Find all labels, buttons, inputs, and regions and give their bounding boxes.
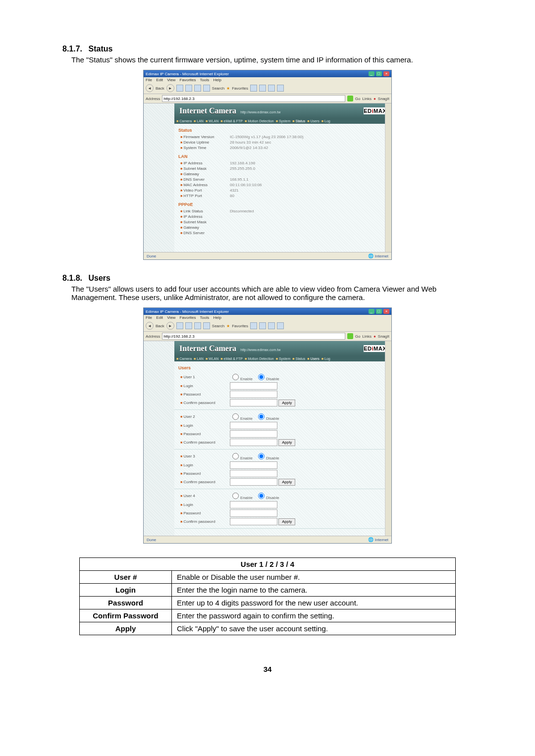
enable-radio[interactable]: Enable	[230, 416, 253, 421]
enable-radio[interactable]: Enable	[230, 496, 253, 500]
tab-system[interactable]: System	[276, 357, 291, 360]
menu-edit[interactable]: Edit	[156, 315, 163, 320]
login-input[interactable]	[230, 422, 277, 429]
enable-radio[interactable]: Enable	[230, 456, 253, 460]
back-label[interactable]: Back	[156, 324, 164, 328]
links-label[interactable]: Links	[362, 334, 372, 339]
radio-enable[interactable]	[232, 374, 239, 380]
tab-lan[interactable]: LAN	[194, 119, 204, 123]
disable-radio[interactable]: Disable	[256, 496, 279, 500]
misc-icon[interactable]	[277, 322, 284, 329]
refresh-icon[interactable]	[185, 322, 192, 329]
favorites-label[interactable]: Favorites	[232, 324, 248, 328]
radio-disable[interactable]	[258, 374, 265, 380]
forward-icon[interactable]: ►	[166, 322, 174, 330]
apply-button[interactable]: Apply	[278, 400, 295, 406]
go-icon[interactable]	[347, 96, 353, 101]
search-label[interactable]: Search	[212, 324, 224, 328]
tab-status[interactable]: Status	[292, 119, 305, 123]
forward-icon[interactable]: ►	[166, 84, 174, 92]
radio-enable[interactable]	[232, 413, 239, 420]
tab-motion[interactable]: Motion Detection	[245, 119, 274, 123]
refresh-icon[interactable]	[185, 85, 192, 92]
radio-enable[interactable]	[232, 453, 239, 459]
apply-button[interactable]: Apply	[278, 439, 295, 446]
history-icon[interactable]	[250, 322, 257, 329]
history-icon[interactable]	[250, 85, 257, 92]
enable-radio[interactable]: Enable	[230, 377, 253, 381]
favorites-label[interactable]: Favorites	[232, 86, 248, 91]
login-input[interactable]	[230, 461, 277, 469]
stop-icon[interactable]	[176, 85, 183, 92]
menu-edit[interactable]: Edit	[156, 78, 163, 82]
search-label[interactable]: Search	[212, 86, 224, 91]
radio-disable[interactable]	[258, 453, 265, 459]
snagit-label[interactable]: SnagIt	[378, 334, 389, 339]
print-icon[interactable]	[268, 322, 275, 329]
tab-users[interactable]: Users	[307, 119, 319, 123]
menu-file[interactable]: File	[146, 315, 152, 320]
menu-help[interactable]: Help	[214, 78, 221, 82]
radio-disable[interactable]	[258, 413, 265, 420]
maximize-icon[interactable]: □	[376, 71, 382, 76]
search-icon[interactable]	[203, 322, 210, 329]
close-icon[interactable]: ×	[383, 71, 389, 76]
home-icon[interactable]	[194, 85, 201, 92]
apply-button[interactable]: Apply	[278, 479, 295, 486]
disable-radio[interactable]: Disable	[256, 456, 279, 460]
tab-system[interactable]: System	[276, 119, 291, 123]
favorites-star-icon[interactable]: ★	[226, 86, 230, 91]
disable-radio[interactable]: Disable	[256, 416, 279, 421]
password-input[interactable]	[230, 470, 277, 477]
mail-icon[interactable]	[259, 322, 266, 329]
radio-enable[interactable]	[232, 493, 239, 499]
maximize-icon[interactable]: □	[376, 309, 382, 314]
password-input[interactable]	[230, 509, 277, 517]
tab-motion[interactable]: Motion Detection	[245, 357, 274, 360]
stop-icon[interactable]	[176, 322, 183, 329]
menu-tools[interactable]: Tools	[200, 78, 210, 82]
radio-disable[interactable]	[258, 493, 265, 499]
minimize-icon[interactable]: _	[369, 309, 374, 314]
links-label[interactable]: Links	[362, 97, 372, 101]
close-icon[interactable]: ×	[383, 309, 389, 314]
address-input[interactable]	[162, 95, 345, 102]
go-label[interactable]: Go	[355, 334, 361, 339]
tab-camera[interactable]: Camera	[176, 357, 192, 360]
tab-log[interactable]: Log	[321, 357, 330, 360]
back-icon[interactable]: ◄	[146, 322, 154, 330]
home-icon[interactable]	[194, 322, 201, 329]
confirm-input[interactable]	[230, 478, 277, 486]
menu-view[interactable]: View	[167, 78, 175, 82]
apply-button[interactable]: Apply	[278, 518, 295, 525]
favorites-star-icon[interactable]: ★	[226, 324, 230, 328]
tab-lan[interactable]: LAN	[194, 357, 204, 360]
tab-wlan[interactable]: WLAN	[206, 119, 218, 123]
menu-file[interactable]: File	[146, 78, 152, 82]
password-input[interactable]	[230, 391, 277, 398]
snagit-icon[interactable]: ●	[374, 97, 376, 101]
menu-favorites[interactable]: Favorites	[180, 78, 196, 82]
confirm-input[interactable]	[230, 399, 277, 406]
tab-email-ftp[interactable]: eMail & FTP	[220, 119, 243, 123]
confirm-input[interactable]	[230, 518, 277, 525]
menu-view[interactable]: View	[167, 315, 175, 320]
back-icon[interactable]: ◄	[146, 84, 154, 92]
snagit-icon[interactable]: ●	[374, 334, 376, 339]
go-icon[interactable]	[347, 333, 353, 339]
back-label[interactable]: Back	[156, 86, 164, 91]
snagit-label[interactable]: SnagIt	[378, 97, 389, 101]
disable-radio[interactable]: Disable	[256, 377, 279, 381]
tab-email-ftp[interactable]: eMail & FTP	[220, 357, 243, 360]
misc-icon[interactable]	[277, 85, 284, 92]
search-icon[interactable]	[203, 85, 210, 92]
login-input[interactable]	[230, 382, 277, 390]
menu-favorites[interactable]: Favorites	[180, 315, 196, 320]
confirm-input[interactable]	[230, 439, 277, 446]
go-label[interactable]: Go	[355, 97, 361, 101]
mail-icon[interactable]	[259, 85, 266, 92]
tab-log[interactable]: Log	[321, 119, 330, 123]
tab-wlan[interactable]: WLAN	[206, 357, 218, 360]
minimize-icon[interactable]: _	[369, 71, 374, 76]
address-input[interactable]	[162, 333, 345, 340]
